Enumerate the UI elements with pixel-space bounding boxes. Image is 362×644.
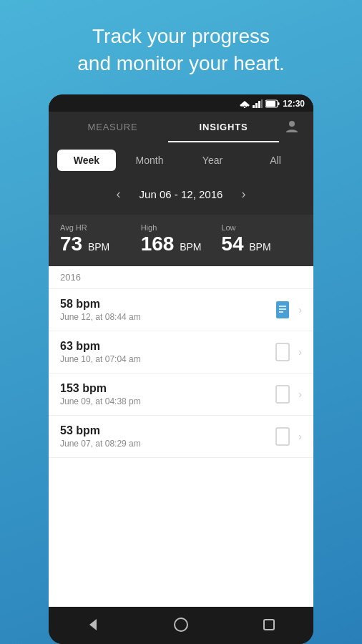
- svg-point-19: [175, 618, 187, 631]
- record-info-0: 58 bpm June 12, at 08:44 am: [60, 298, 273, 322]
- doc-icon-3[interactable]: [273, 425, 293, 448]
- record-actions-0: ›: [273, 298, 302, 321]
- record-item-3[interactable]: 53 bpm June 07, at 08:29 am ›: [49, 416, 313, 458]
- phone-frame: 12:30 MEASURE INSIGHTS Week Month Year A…: [49, 94, 313, 644]
- low-unit: BPM: [249, 241, 270, 253]
- hero-line2: and monitor your heart.: [77, 52, 285, 74]
- svg-rect-11: [276, 301, 289, 318]
- recents-button[interactable]: [255, 614, 283, 635]
- chevron-icon-2: ›: [298, 389, 302, 400]
- record-actions-2: ›: [273, 383, 302, 406]
- high-value: 168: [141, 233, 175, 255]
- record-info-3: 53 bpm June 07, at 08:29 am: [60, 424, 273, 449]
- record-date-3: June 07, at 08:29 am: [60, 439, 273, 449]
- high-unit: BPM: [180, 241, 201, 253]
- tab-insights[interactable]: INSIGHTS: [168, 112, 279, 142]
- chevron-icon-1: ›: [298, 346, 302, 358]
- stat-low: Low 54 BPM: [221, 223, 302, 255]
- svg-rect-16: [276, 386, 289, 403]
- stat-high: High 168 BPM: [141, 223, 222, 255]
- high-label: High: [141, 223, 222, 232]
- signal-icon: [253, 99, 263, 108]
- low-label: Low: [221, 223, 302, 232]
- record-bpm-3: 53 bpm: [60, 424, 273, 437]
- record-bpm-1: 63 bpm: [60, 340, 273, 353]
- period-week[interactable]: Week: [57, 150, 116, 171]
- chevron-icon-0: ›: [298, 304, 302, 316]
- period-selector: Week Month Year All: [49, 142, 313, 178]
- records-container: 2016 58 bpm June 12, at 08:44 am ›: [49, 266, 313, 607]
- svg-rect-3: [253, 105, 255, 108]
- doc-icon-0[interactable]: [273, 298, 293, 321]
- low-value: 54: [221, 233, 243, 255]
- period-month[interactable]: Month: [120, 150, 179, 171]
- avg-hr-label: Avg HR: [60, 223, 141, 232]
- record-info-1: 63 bpm June 10, at 07:04 am: [60, 340, 273, 364]
- svg-rect-4: [255, 103, 258, 108]
- bottom-nav: [49, 607, 313, 644]
- period-year[interactable]: Year: [183, 150, 242, 171]
- record-date-0: June 12, at 08:44 am: [60, 312, 273, 322]
- record-item-1[interactable]: 63 bpm June 10, at 07:04 am ›: [49, 331, 313, 374]
- record-item-2[interactable]: 153 bpm June 09, at 04:38 pm ›: [49, 374, 313, 416]
- back-button[interactable]: [79, 614, 107, 635]
- prev-date-arrow[interactable]: ‹: [109, 184, 128, 205]
- chevron-icon-3: ›: [298, 431, 302, 442]
- avg-hr-value: 73: [60, 233, 82, 255]
- svg-rect-9: [278, 102, 280, 105]
- record-date-2: June 09, at 04:38 pm: [60, 396, 273, 406]
- tab-measure[interactable]: MEASURE: [57, 112, 168, 142]
- svg-marker-18: [89, 619, 97, 630]
- record-actions-1: ›: [273, 341, 302, 364]
- svg-rect-20: [264, 620, 274, 630]
- svg-point-2: [244, 106, 245, 107]
- svg-rect-6: [261, 99, 263, 108]
- battery-icon: [265, 99, 280, 108]
- svg-rect-8: [266, 101, 275, 107]
- record-actions-3: ›: [273, 425, 302, 448]
- svg-rect-15: [276, 343, 289, 361]
- doc-icon-1[interactable]: [273, 341, 293, 364]
- record-bpm-2: 153 bpm: [60, 382, 273, 395]
- home-button[interactable]: [167, 614, 195, 635]
- stats-row: Avg HR 73 BPM High 168 BPM Low 54 BPM: [49, 215, 313, 267]
- record-info-2: 153 bpm June 09, at 04:38 pm: [60, 382, 273, 406]
- svg-rect-5: [258, 101, 260, 108]
- svg-point-10: [289, 121, 295, 127]
- date-range-text: Jun 06 - 12, 2016: [140, 188, 223, 200]
- date-range: ‹ Jun 06 - 12, 2016 ›: [49, 178, 313, 215]
- wifi-icon: [240, 99, 250, 108]
- record-item-0[interactable]: 58 bpm June 12, at 08:44 am ›: [49, 289, 313, 331]
- nav-tabs: MEASURE INSIGHTS: [49, 112, 313, 142]
- hero-section: Track your progress and monitor your hea…: [77, 23, 285, 77]
- stat-avg-hr: Avg HR 73 BPM: [60, 223, 141, 255]
- avg-hr-unit: BPM: [88, 241, 109, 253]
- period-all[interactable]: All: [246, 150, 305, 171]
- records-year: 2016: [49, 266, 313, 289]
- status-bar: 12:30: [49, 94, 313, 112]
- record-date-1: June 10, at 07:04 am: [60, 354, 273, 364]
- svg-rect-17: [276, 428, 289, 445]
- next-date-arrow[interactable]: ›: [234, 184, 253, 205]
- record-bpm-0: 58 bpm: [60, 298, 273, 311]
- profile-icon[interactable]: [279, 112, 305, 141]
- status-time: 12:30: [283, 99, 305, 109]
- doc-icon-2[interactable]: [273, 383, 293, 406]
- hero-line1: Track your progress: [92, 25, 270, 47]
